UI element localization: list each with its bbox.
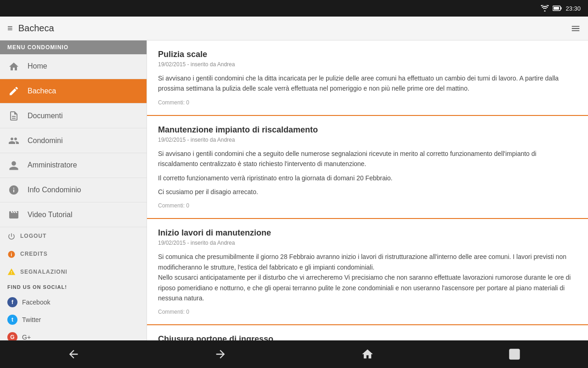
post-title-3: Inizio lavori di manutenzione <box>158 228 577 238</box>
sidebar-section-title: MENU CONDOMINIO <box>0 40 147 54</box>
status-bar: 23:30 <box>0 0 588 17</box>
sidebar-label-info: Info Condominio <box>28 186 81 194</box>
post-comments-1: Commenti: 0 <box>158 99 577 106</box>
nav-recents-button[interactable] <box>499 344 530 364</box>
hamburger-menu[interactable]: ≡ <box>7 23 13 34</box>
sidebar: MENU CONDOMINIO Home Bacheca Documenti <box>0 40 147 340</box>
documenti-icon <box>7 110 20 121</box>
post-meta-1: 19/02/2015 - inserito da Andrea <box>158 61 577 68</box>
sidebar-item-video[interactable]: Video Tutorial <box>0 202 147 227</box>
sidebar-label-amministratore: Amministratore <box>28 161 77 169</box>
status-bar-right: 23:30 <box>541 5 581 12</box>
app-header-left: ≡ Bacheca <box>7 23 54 34</box>
header-settings-icon[interactable] <box>571 23 581 34</box>
svg-text:i: i <box>11 251 12 257</box>
sidebar-item-documenti[interactable]: Documenti <box>0 104 147 128</box>
post-item-1: Pulizia scale 19/02/2015 - inserito da A… <box>147 40 588 116</box>
post-title-1: Pulizia scale <box>158 50 577 59</box>
bottom-nav <box>0 340 588 368</box>
sidebar-label-documenti: Documenti <box>28 112 62 120</box>
sidebar-item-logout[interactable]: LOGOUT <box>0 227 147 245</box>
content-area: Pulizia scale 19/02/2015 - inserito da A… <box>147 40 588 340</box>
post-item-3: Inizio lavori di manutenzione 19/02/2015… <box>147 219 588 325</box>
nav-up-button[interactable] <box>58 344 89 364</box>
app-header: ≡ Bacheca <box>0 17 588 40</box>
segnalazioni-icon <box>7 268 16 276</box>
sidebar-item-amministratore[interactable]: Amministratore <box>0 153 147 178</box>
sidebar-item-home[interactable]: Home <box>0 54 147 79</box>
svg-rect-1 <box>554 7 559 10</box>
main-content: MENU CONDOMINIO Home Bacheca Documenti <box>0 40 588 340</box>
nav-home-button[interactable] <box>352 344 383 364</box>
post-meta-3: 19/02/2015 - inserito da Andrea <box>158 240 577 246</box>
amministratore-icon <box>7 160 20 171</box>
segnalazioni-label: SEGNALAZIONI <box>20 269 68 275</box>
post-body-2-p3: Ci scusiamo per il disagio arrecato. <box>158 187 577 197</box>
sidebar-item-info[interactable]: Info Condominio <box>0 178 147 203</box>
status-time: 23:30 <box>565 5 581 12</box>
post-item-4: Chiusura portone di ingresso 19/02/2015 … <box>147 325 588 340</box>
battery-icon <box>553 6 562 11</box>
sidebar-label-video: Video Tutorial <box>28 211 73 219</box>
bacheca-icon <box>7 86 20 97</box>
sidebar-item-segnalazioni[interactable]: SEGNALAZIONI <box>0 263 147 281</box>
post-title-4: Chiusura portone di ingresso <box>158 334 577 340</box>
gplus-icon: G <box>7 332 17 340</box>
sidebar-item-bacheca[interactable]: Bacheca <box>0 79 147 104</box>
sidebar-item-credits[interactable]: i CREDITS <box>0 245 147 263</box>
video-icon <box>7 209 20 220</box>
post-title-2: Manutenzione impianto di riscaldamento <box>158 125 577 135</box>
condomini-icon <box>7 135 20 146</box>
gplus-label: G+ <box>22 334 31 340</box>
logout-label: LOGOUT <box>20 233 46 239</box>
facebook-label: Facebook <box>22 299 50 306</box>
sidebar-label-bacheca: Bacheca <box>28 87 56 95</box>
post-comments-2: Commenti: 0 <box>158 202 577 209</box>
facebook-icon: f <box>7 297 17 307</box>
svg-rect-2 <box>561 7 562 10</box>
post-body-3: Si comunica che presumibilmente il giorn… <box>158 252 577 303</box>
info-icon <box>7 184 20 196</box>
post-body-2: Si avvisano i gentili condomini che a se… <box>158 149 577 197</box>
social-item-twitter[interactable]: t Twitter <box>0 311 147 328</box>
social-item-facebook[interactable]: f Facebook <box>0 293 147 311</box>
post-body-2-p2: Il corretto funzionamento verrà ripristi… <box>158 173 577 183</box>
home-icon <box>7 61 20 72</box>
logout-icon <box>7 232 16 241</box>
credits-icon: i <box>7 250 16 259</box>
credits-label: CREDITS <box>20 251 48 257</box>
sidebar-label-home: Home <box>28 62 47 70</box>
post-meta-2: 19/02/2015 - inserito da Andrea <box>158 137 577 143</box>
sidebar-item-condomini[interactable]: Condomini <box>0 128 147 153</box>
post-body-1: Si avvisano i gentili condomini che la d… <box>158 73 577 94</box>
app-title: Bacheca <box>18 23 54 34</box>
social-title: FIND US ON SOCIAL! <box>0 281 147 293</box>
nav-back-button[interactable] <box>205 344 236 364</box>
social-item-gplus[interactable]: G G+ <box>0 328 147 340</box>
wifi-icon <box>541 5 549 12</box>
twitter-icon: t <box>7 315 17 325</box>
post-body-2-p1: Si avvisano i gentili condomini che a se… <box>158 149 577 169</box>
twitter-label: Twitter <box>22 316 41 323</box>
sidebar-label-condomini: Condomini <box>28 137 62 145</box>
post-item-2: Manutenzione impianto di riscaldamento 1… <box>147 116 588 219</box>
post-comments-3: Commenti: 0 <box>158 309 577 315</box>
